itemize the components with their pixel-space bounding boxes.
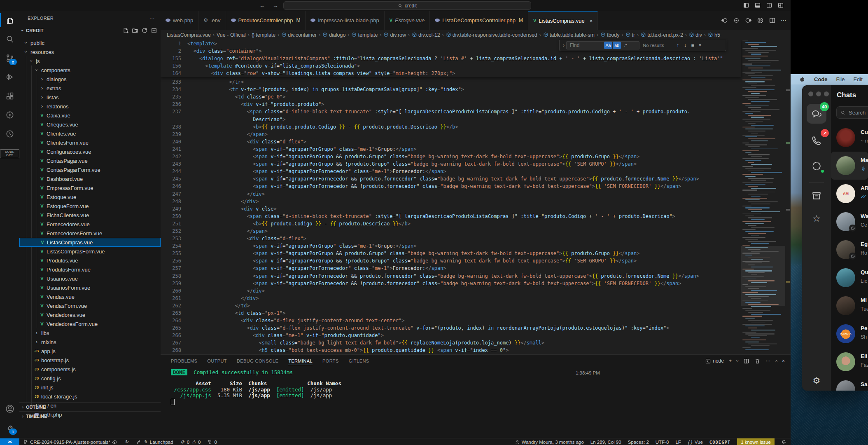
tree-item[interactable]: VClientes.vue <box>19 129 161 138</box>
activity-item-extension-view-2[interactable] <box>0 124 19 143</box>
breadcrumb-item[interactable]: div.table-responsive.table-condensed <box>446 32 537 38</box>
tree-item[interactable]: JSconfig.js <box>19 374 161 383</box>
timeline-section[interactable]: › TIMELINE <box>19 411 161 421</box>
toggle-secondary-sidebar-icon[interactable] <box>766 2 772 9</box>
status-item-problems[interactable]: ⊘0⚠0 <box>180 439 201 445</box>
chat-list-item[interactable]: AMAR✓✓ <box>831 180 868 208</box>
find-expand-icon[interactable]: › <box>561 42 566 48</box>
close-panel-icon[interactable]: × <box>782 358 785 364</box>
tree-item[interactable]: ›libs <box>19 328 161 337</box>
tree-item[interactable]: VVendedoresForm.vue <box>19 319 161 328</box>
match-case-toggle[interactable]: Aa <box>604 42 612 49</box>
chat-list-item[interactable]: MiTue <box>831 292 868 320</box>
chat-list-item[interactable]: EliFaz <box>831 348 868 376</box>
activity-item-extension-view-1[interactable] <box>0 105 19 124</box>
tree-item[interactable]: VUsuarios.vue <box>19 274 161 283</box>
whole-word-toggle[interactable]: ab <box>613 42 621 49</box>
panel-tab-terminal[interactable]: TERMINAL <box>288 358 313 365</box>
status-item-codegpt[interactable]: CODEGPT <box>709 440 730 445</box>
tree-item[interactable]: JSinit.js <box>19 383 161 392</box>
outline-section[interactable]: › OUTLINE <box>19 402 161 412</box>
tree-item[interactable]: VFornecedores.vue <box>19 220 161 229</box>
breadcrumb[interactable]: ListasCompras.vue›Vue - Official›{}templ… <box>161 30 791 40</box>
chat-list-item[interactable]: QuLic <box>831 264 868 292</box>
tree-item[interactable]: VEstoque.vue <box>19 192 161 201</box>
apple-menu-icon[interactable] <box>799 76 805 82</box>
tree-item[interactable]: VProdutos.vue <box>19 256 161 265</box>
tree-item[interactable]: ›components <box>19 66 161 75</box>
tree-item[interactable]: ›js <box>19 56 161 66</box>
panel-tab-output[interactable]: OUTPUT <box>207 358 227 363</box>
project-root-row[interactable]: › CREDIT <box>19 25 161 36</box>
maximize-panel-icon[interactable]: › <box>773 360 779 362</box>
minimize-window-button[interactable] <box>816 91 821 96</box>
status-item-launchpad[interactable]: ✎Launchpad <box>136 439 173 445</box>
breadcrumb-item[interactable]: div.row <box>383 32 406 38</box>
menu-file[interactable]: File <box>836 76 845 82</box>
breadcrumb-item[interactable]: div <box>689 32 702 38</box>
nav-current-icon[interactable] <box>733 17 740 24</box>
activity-item-source-control[interactable]: 2 <box>0 49 19 68</box>
tree-item[interactable]: VFichaClientes.vue <box>19 211 161 220</box>
breadcrumb-item[interactable]: h5 <box>708 32 720 38</box>
customize-layout-icon[interactable] <box>777 2 784 9</box>
toggle-sidebar-icon[interactable] <box>743 2 749 9</box>
editor-tab[interactable]: web.php <box>161 11 198 30</box>
status-item-sync[interactable]: ↻ <box>124 439 129 445</box>
panel-tab-debug-console[interactable]: DEBUG CONSOLE <box>237 358 278 363</box>
settings-tab[interactable]: ⚙ <box>807 371 826 391</box>
tree-item[interactable]: ›extras <box>19 84 161 93</box>
codegpt-icon[interactable]: CODE GPT <box>0 149 19 158</box>
chat-list-item[interactable]: Sa <box>831 376 868 391</box>
tree-item[interactable]: ›relatorios <box>19 102 161 111</box>
tree-item[interactable]: VEmpresasForm.vue <box>19 183 161 192</box>
archived-tab[interactable] <box>807 186 826 206</box>
nav-back-icon[interactable] <box>721 17 728 24</box>
command-center-search[interactable]: credit <box>283 1 531 10</box>
toggle-panel-icon[interactable] <box>754 2 761 9</box>
tree-item[interactable]: VEstoqueForm.vue <box>19 201 161 211</box>
chat-list-item[interactable]: EgRo <box>831 236 868 264</box>
chat-list-item[interactable]: Ma <box>831 152 868 180</box>
status-item-cursor-position[interactable]: Ln 289, Col 90 <box>590 440 621 445</box>
terminal-dropdown-icon[interactable]: › <box>735 360 740 362</box>
breadcrumb-item[interactable]: div.container <box>281 32 317 38</box>
tree-item[interactable]: ›mixins <box>19 337 161 347</box>
breadcrumb-item[interactable]: td.text-end.px-2 <box>641 32 683 38</box>
nav-forward-icon[interactable] <box>745 17 752 24</box>
panel-tab-gitlens[interactable]: GITLENS <box>349 358 369 363</box>
tree-item[interactable]: VListasCompras.vue <box>19 238 161 247</box>
status-item-ports[interactable]: 0 <box>207 439 217 445</box>
tree-item[interactable]: ›listas <box>19 93 161 102</box>
regex-toggle[interactable]: .* <box>621 42 630 49</box>
panel-tab-problems[interactable]: PROBLEMS <box>171 358 197 363</box>
tree-item[interactable]: ›public <box>19 38 161 47</box>
find-close-icon[interactable]: × <box>696 42 704 48</box>
activity-item-run-and-debug[interactable] <box>0 68 19 87</box>
find-input-box[interactable]: Aaab.* <box>566 41 639 49</box>
chat-list-item[interactable]: PLANETAPeSh <box>831 320 868 348</box>
chat-search-box[interactable]: Search <box>836 106 868 119</box>
tree-item[interactable]: JSbootstrap.js <box>19 356 161 365</box>
find-next-icon[interactable]: ↓ <box>681 42 689 48</box>
status-item-git-branch[interactable]: CRE-2024-0915-PA-Ajustes-pontuais* <box>23 439 117 445</box>
editor-tab[interactable]: impressao-lista.blade.php <box>306 11 384 30</box>
tree-item[interactable]: VVendasForm.vue <box>19 301 161 310</box>
find-input[interactable] <box>569 42 604 49</box>
editor-tab[interactable]: ProdutosController.phpM <box>226 11 306 30</box>
terminal-output[interactable]: DONE Compiled successfully in 15834ms As… <box>171 370 341 406</box>
close-window-button[interactable] <box>808 91 813 96</box>
breadcrumb-item[interactable]: Vue - Official <box>217 32 246 38</box>
split-editor-icon[interactable] <box>769 17 776 24</box>
panel-more-icon[interactable]: ⋯ <box>765 358 770 364</box>
activity-item-settings[interactable]: ⚙1 <box>0 418 19 437</box>
tree-item[interactable]: VVendas.vue <box>19 292 161 301</box>
menu-edit[interactable]: Edit <box>853 76 862 82</box>
status-item-git-blame[interactable]: Wandry Moura, 3 months ago <box>515 439 584 445</box>
breadcrumb-item[interactable]: template <box>351 32 378 38</box>
kill-terminal-icon[interactable] <box>754 358 761 364</box>
activity-item-accounts[interactable] <box>0 399 19 418</box>
editor-tab[interactable]: ListaDeComprasController.phpM <box>430 11 528 30</box>
breadcrumb-item[interactable]: div.col-12 <box>412 32 440 38</box>
activity-item-search[interactable] <box>0 30 19 49</box>
